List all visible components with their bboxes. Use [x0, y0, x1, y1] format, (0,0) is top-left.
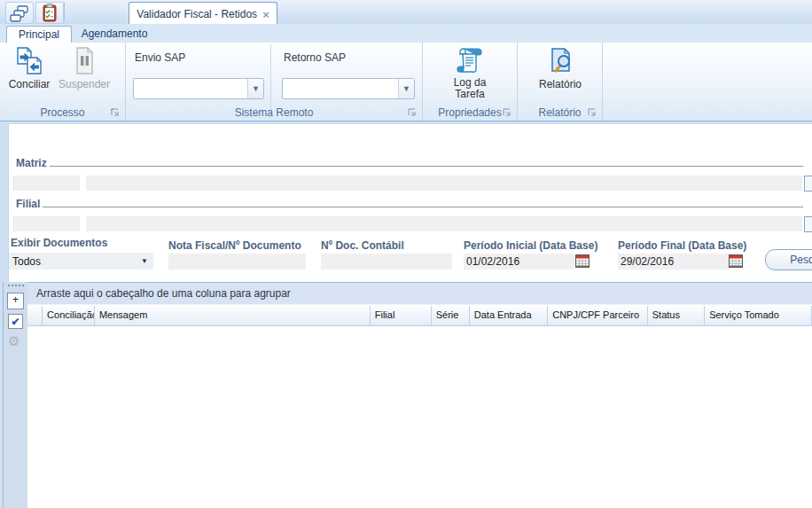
column-header-servico-tomado[interactable]: Serviço Tomado	[705, 306, 812, 325]
filial-lookup-button[interactable]	[804, 216, 812, 232]
ribbon-group-processo: Conciliar Suspender Processo	[0, 43, 126, 121]
group-by-bar[interactable]: Arraste aqui o cabeçalho de uma coluna p…	[27, 283, 812, 305]
relatorio-icon	[545, 46, 575, 76]
ribbon-group-relatorio: Relatório Relatório	[518, 43, 603, 121]
ribbon-group-propriedades: Log da Tarefa Propriedades	[423, 43, 518, 121]
periodo-final-calendar-button[interactable]	[729, 254, 743, 268]
doc-contabil-input[interactable]	[321, 254, 452, 270]
document-tab-title: Validador Fiscal - Retidos	[137, 8, 257, 20]
retorno-sap-dropdown-button[interactable]: ▼	[398, 79, 414, 98]
dialog-launcher-icon[interactable]	[111, 108, 121, 118]
dialog-launcher-icon[interactable]	[588, 108, 597, 118]
periodo-final-input[interactable]	[618, 254, 729, 270]
matriz-section-header: Matriz	[16, 157, 803, 169]
exibir-documentos-label: Exibir Documentos	[11, 237, 107, 249]
drag-grip-icon[interactable]	[7, 284, 24, 287]
pesquisar-button[interactable]: Pesquisar	[765, 249, 812, 270]
relatorio-label: Relatório	[539, 79, 582, 90]
dialog-launcher-icon[interactable]	[503, 108, 512, 118]
retorno-sap-combo[interactable]: ▼	[282, 78, 415, 99]
task-list-button[interactable]	[35, 2, 64, 24]
conciliar-button[interactable]: Conciliar	[7, 46, 51, 90]
chevron-down-icon: ▼	[252, 84, 260, 93]
column-header-serie[interactable]: Série	[432, 306, 470, 325]
envio-sap-input[interactable]	[134, 79, 247, 98]
log-icon	[455, 46, 485, 74]
chevron-down-icon: ▼	[402, 84, 410, 93]
exibir-documentos-value: Todos	[9, 255, 136, 268]
settings-gear-icon[interactable]: ⚙	[8, 333, 20, 349]
periodo-inicial-input[interactable]	[464, 254, 574, 270]
envio-sap-combo[interactable]: ▼	[133, 78, 264, 99]
clipboard-check-icon	[42, 4, 58, 22]
envio-sap-dropdown-button[interactable]: ▼	[247, 79, 263, 98]
filial-code-input[interactable]	[12, 216, 80, 231]
conciliar-label: Conciliar	[9, 79, 51, 90]
dialog-launcher-icon[interactable]	[408, 108, 418, 118]
suspender-label: Suspender	[59, 79, 110, 90]
doc-contabil-label: Nº Doc. Contábil	[321, 239, 404, 252]
conciliar-icon	[14, 46, 44, 76]
expand-all-button[interactable]: +	[7, 293, 24, 309]
tab-principal[interactable]: Principal	[6, 26, 72, 43]
column-header-status[interactable]: Status	[648, 306, 705, 325]
periodo-inicial-label: Período Inicial (Data Base)	[464, 239, 597, 252]
group-caption-sistema-remoto: Sistema Remoto	[126, 106, 422, 119]
matriz-code-input[interactable]	[12, 176, 80, 191]
calendar-icon	[575, 254, 589, 268]
suspender-button[interactable]: Suspender	[55, 46, 113, 90]
retorno-sap-input[interactable]	[283, 79, 398, 98]
group-caption-processo: Processo	[0, 106, 125, 119]
windows-cascade-button[interactable]	[5, 2, 34, 24]
column-header-data-entrada[interactable]: Data Entrada	[470, 306, 548, 325]
close-icon[interactable]: ×	[262, 8, 269, 21]
column-header-mensagem[interactable]: Mensagem	[95, 306, 371, 325]
select-all-checkbox[interactable]: ✔	[8, 314, 23, 329]
column-header-filial[interactable]: Filial	[371, 306, 432, 325]
chevron-down-icon: ▼	[136, 257, 153, 265]
filial-section-header: Filial	[16, 198, 803, 210]
toolbar-separator	[64, 3, 65, 20]
periodo-final-label: Período Final (Data Base)	[618, 239, 746, 252]
nota-fiscal-input[interactable]	[168, 254, 306, 270]
matriz-rule	[50, 157, 803, 167]
ribbon-tab-row: Principal Agendamento	[0, 24, 812, 43]
filial-name-input[interactable]	[86, 216, 802, 231]
matriz-label: Matriz	[16, 157, 47, 169]
envio-sap-label: Envio SAP	[135, 51, 185, 64]
document-tab[interactable]: Validador Fiscal - Retidos ×	[129, 2, 277, 26]
validador-fiscal-window: Validador Fiscal - Retidos × Principal A…	[0, 0, 812, 508]
relatorio-button[interactable]: Relatório	[534, 46, 587, 90]
filial-rule	[43, 198, 803, 207]
ribbon: Conciliar Suspender Processo Envio SAP	[0, 43, 812, 121]
grid-header-row: Conciliação Mensagem Filial Série Data E…	[27, 306, 812, 326]
results-grid: Arraste aqui o cabeçalho de uma coluna p…	[27, 282, 812, 508]
log-da-tarefa-label-line2: Tarefa	[455, 89, 484, 100]
grid-side-toolbar: + ✔ ⚙	[3, 282, 28, 508]
windows-cascade-icon	[10, 4, 29, 22]
nota-fiscal-label: Nota Fiscal/Nº Documento	[168, 239, 301, 252]
column-header-indicator[interactable]	[27, 306, 43, 325]
calendar-icon	[729, 254, 743, 268]
column-header-cnpj-cpf-parceiro[interactable]: CNPJ/CPF Parceiro	[548, 306, 648, 325]
matriz-lookup-button[interactable]	[804, 176, 812, 191]
column-header-conciliacao[interactable]: Conciliação	[43, 306, 95, 325]
tab-agendamento[interactable]: Agendamento	[74, 26, 154, 43]
quick-access-toolbar: Validador Fiscal - Retidos ×	[0, 0, 812, 25]
suspender-icon	[69, 46, 99, 76]
filial-label: Filial	[16, 198, 40, 210]
ribbon-group-sistema-remoto: Envio SAP ▼ Retorno SAP ▼ Sistema Remoto	[126, 43, 423, 121]
log-da-tarefa-button[interactable]: Log da Tarefa	[443, 46, 496, 100]
periodo-inicial-calendar-button[interactable]	[575, 254, 589, 268]
exibir-documentos-select[interactable]: Todos ▼	[9, 253, 153, 270]
matriz-name-input[interactable]	[86, 176, 802, 191]
retorno-sap-label: Retorno SAP	[284, 51, 346, 64]
